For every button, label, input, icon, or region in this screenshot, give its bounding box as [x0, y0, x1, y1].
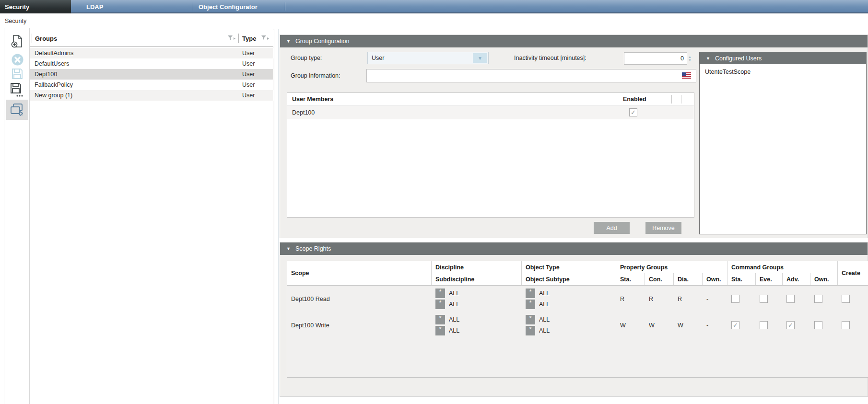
spinner-down-icon[interactable]: ▼ — [688, 58, 695, 62]
group-row[interactable]: DefaultUsers User — [30, 58, 273, 69]
column-header-cmd-adv: Adv. — [783, 273, 810, 285]
create-checkbox[interactable] — [842, 321, 850, 329]
scope-rights-row[interactable]: Dept100 Write *ALL *ALL *ALL *ALL W W W … — [287, 312, 868, 338]
asterisk-icon: * — [435, 315, 445, 324]
all-label: ALL — [539, 290, 550, 297]
subdiscipline-all-button[interactable]: *ALL — [435, 326, 459, 335]
cmd-own-checkbox[interactable] — [814, 295, 822, 303]
object-subtype-all-button[interactable]: *ALL — [526, 326, 550, 335]
prop-own-value: - — [703, 286, 727, 312]
configured-users-panel: ▼ Configured Users UtenteTestScope — [699, 52, 867, 234]
column-header-prop-sta: Sta. — [616, 273, 645, 285]
tab-security-label: Security — [5, 3, 29, 11]
cmd-sta-checkbox[interactable] — [731, 295, 739, 303]
collapse-icon[interactable]: ▼ — [286, 39, 291, 44]
tab-object-configurator[interactable]: Object Configurator — [199, 0, 258, 13]
asterisk-icon: * — [435, 289, 445, 298]
prop-dia-value: W — [674, 312, 703, 338]
groups-panel: Groups Type DefaultAdmins User DefaultUs… — [30, 29, 273, 404]
discipline-all-button[interactable]: *ALL — [435, 315, 459, 324]
cmd-adv-checkbox[interactable] — [786, 321, 795, 329]
manage-groups-button[interactable] — [6, 100, 28, 120]
save-button[interactable] — [6, 67, 28, 81]
save-icon — [12, 68, 23, 80]
all-label: ALL — [539, 316, 550, 323]
scope-rights-panel: ▼ Scope Rights Scope Discipline Object T… — [280, 242, 868, 397]
toolbar — [4, 28, 30, 404]
cmd-adv-checkbox[interactable] — [786, 295, 795, 303]
group-configuration-header: ▼ Group Configuration — [280, 35, 868, 47]
all-label: ALL — [449, 290, 459, 297]
create-checkbox[interactable] — [842, 295, 850, 303]
tab-separator — [193, 2, 193, 11]
panel-title: Group Configuration — [295, 38, 350, 45]
column-grip[interactable] — [238, 34, 239, 43]
group-row[interactable]: New group (1) User — [30, 90, 273, 101]
all-label: ALL — [539, 327, 550, 334]
group-name: DefaultAdmins — [35, 48, 73, 58]
column-header-prop-own: Own. — [703, 273, 727, 285]
scope-rights-row[interactable]: Dept100 Read *ALL *ALL *ALL *ALL R R R - — [287, 286, 868, 312]
scope-rights-header: ▼ Scope Rights — [280, 242, 868, 255]
group-type: User — [242, 69, 255, 80]
discipline-all-button[interactable]: *ALL — [435, 289, 459, 298]
group-row[interactable]: FallbackPolicy User — [30, 80, 273, 90]
collapse-icon[interactable]: ▼ — [286, 246, 291, 251]
prop-con-value: R — [645, 286, 674, 312]
cmd-eve-checkbox[interactable] — [760, 295, 768, 303]
tab-bar: Security LDAP Object Configurator — [0, 0, 868, 13]
cmd-own-checkbox[interactable] — [814, 321, 822, 329]
cancel-button[interactable] — [6, 53, 28, 66]
column-header-type[interactable]: Type — [242, 30, 256, 47]
language-flag-icon[interactable] — [682, 72, 691, 79]
remove-button[interactable]: Remove — [645, 222, 681, 234]
user-members-header: User Members Enabled — [287, 93, 694, 105]
application-window: Security LDAP Object Configurator Securi… — [0, 0, 868, 404]
enabled-checkbox[interactable] — [629, 108, 637, 116]
discipline-cell: *ALL *ALL — [432, 312, 522, 338]
column-header-groups[interactable]: Groups — [35, 30, 57, 47]
save-as-button[interactable] — [6, 81, 28, 99]
all-label: ALL — [449, 316, 459, 323]
panel-splitter[interactable] — [274, 29, 279, 404]
subdiscipline-all-button[interactable]: *ALL — [435, 300, 459, 309]
group-row[interactable]: Dept100 User — [30, 69, 273, 80]
column-header-prop-dia: Dia. — [674, 273, 703, 285]
inactivity-timeout-input[interactable] — [624, 52, 687, 65]
object-subtype-all-button[interactable]: *ALL — [526, 300, 550, 309]
cmd-sta-checkbox[interactable] — [731, 321, 739, 329]
cmd-eve-checkbox[interactable] — [760, 321, 768, 329]
groups-table-header: Groups Type — [30, 30, 273, 47]
group-type-select[interactable]: User ▼ — [367, 52, 489, 64]
object-type-all-button[interactable]: *ALL — [526, 289, 550, 298]
column-header-property-groups: Property Groups — [616, 261, 727, 273]
group-name: Dept100 — [35, 69, 57, 80]
inactivity-timeout-label: Inactivity timeout [minutes]: — [514, 52, 586, 64]
column-header-user-members: User Members — [292, 93, 333, 105]
collapse-icon[interactable]: ▼ — [706, 56, 710, 61]
scope-rights-table: Scope Discipline Object Type Property Gr… — [287, 261, 868, 378]
tab-security[interactable]: Security — [0, 0, 71, 13]
group-configuration-panel: ▼ Group Configuration Group type: User ▼… — [280, 35, 868, 238]
tab-ldap[interactable]: LDAP — [86, 0, 103, 13]
all-label: ALL — [449, 327, 459, 334]
column-header-scope: Scope — [287, 261, 432, 285]
group-information-label: Group information: — [291, 69, 340, 82]
column-header-command-groups: Command Groups — [727, 261, 838, 273]
filter-icon[interactable] — [227, 35, 236, 42]
configured-user-item[interactable]: UtenteTestScope — [705, 67, 751, 77]
asterisk-icon: * — [435, 326, 445, 335]
new-document-button[interactable] — [6, 34, 28, 49]
group-type: User — [242, 48, 255, 58]
add-button[interactable]: Add — [594, 222, 630, 234]
group-name: FallbackPolicy — [35, 80, 73, 90]
user-member-row[interactable]: Dept100 — [287, 106, 694, 119]
object-type-all-button[interactable]: *ALL — [526, 315, 550, 324]
group-row[interactable]: DefaultAdmins User — [30, 48, 273, 58]
spinner-up-icon[interactable]: ▲ — [688, 55, 695, 58]
group-name: New group (1) — [35, 90, 72, 101]
group-information-input[interactable] — [366, 69, 696, 82]
column-grip[interactable] — [32, 34, 32, 43]
user-member-name: Dept100 — [292, 106, 315, 119]
filter-icon[interactable] — [261, 35, 270, 42]
